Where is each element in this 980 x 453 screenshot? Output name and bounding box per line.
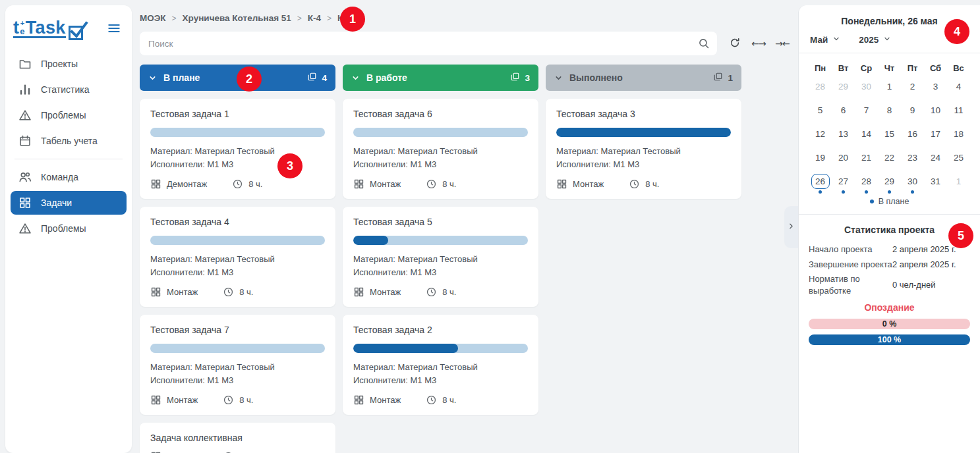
task-work-type: Монтаж bbox=[150, 286, 198, 298]
search-icon bbox=[698, 38, 710, 52]
calendar-day[interactable]: 10 bbox=[924, 101, 947, 124]
task-material: Материал: Материал Тестовый bbox=[556, 145, 731, 158]
calendar-day-number: 1 bbox=[880, 79, 899, 94]
task-meta: Материал: Материал ТестовыйИсполнители: … bbox=[150, 253, 325, 279]
sidebar-item-statistics[interactable]: Статистика bbox=[11, 78, 127, 101]
calendar-day[interactable]: 19 bbox=[809, 148, 832, 172]
task-footer: Монтаж8 ч. bbox=[353, 178, 528, 190]
calendar-day[interactable]: 23 bbox=[901, 148, 924, 172]
logo-text: t+eTask bbox=[13, 20, 66, 38]
sidebar-item-tasks[interactable]: Задачи bbox=[11, 191, 127, 215]
task-card[interactable]: Тестовая задача 4Материал: Материал Тест… bbox=[140, 207, 335, 307]
expand-columns-button[interactable]: ←→ bbox=[749, 34, 768, 53]
calendar-day[interactable]: 6 bbox=[832, 101, 855, 124]
clock-icon bbox=[223, 394, 234, 406]
task-duration-label: 8 ч. bbox=[239, 287, 253, 297]
delay-label: Опоздание bbox=[809, 302, 970, 313]
calendar-day-number: 20 bbox=[834, 150, 853, 165]
calendar-day[interactable]: 15 bbox=[878, 124, 901, 148]
calendar-day-number: 1 bbox=[950, 174, 968, 189]
calendar-day[interactable]: 27 bbox=[832, 172, 855, 196]
calendar-day[interactable]: 29 bbox=[878, 172, 901, 196]
sidebar-item-timesheet[interactable]: Табель учета bbox=[11, 129, 127, 153]
calendar-day[interactable]: 1 bbox=[947, 172, 970, 196]
refresh-button[interactable] bbox=[725, 34, 745, 53]
calendar-day-number: 4 bbox=[950, 79, 968, 94]
menu-toggle-button[interactable] bbox=[107, 21, 121, 38]
breadcrumb-separator: > bbox=[327, 14, 331, 23]
task-material: Материал: Материал Тестовый bbox=[150, 361, 325, 374]
calendar-day[interactable]: 24 bbox=[924, 148, 947, 172]
calendar-day[interactable]: 20 bbox=[832, 148, 855, 172]
calendar-day[interactable]: 22 bbox=[878, 148, 901, 172]
calendar-day-number: 6 bbox=[834, 103, 853, 118]
task-card[interactable]: Тестовая задача 5Материал: Материал Тест… bbox=[343, 207, 538, 307]
chevron-down-icon bbox=[148, 74, 157, 82]
task-progress-bar bbox=[150, 236, 325, 245]
task-progress-bar bbox=[353, 128, 528, 137]
search-input[interactable] bbox=[140, 32, 717, 55]
calendar-day[interactable]: 8 bbox=[878, 101, 901, 124]
calendar-day[interactable]: 5 bbox=[809, 101, 832, 124]
calendar-day[interactable]: 17 bbox=[924, 124, 947, 148]
calendar-day[interactable]: 1 bbox=[878, 77, 901, 101]
calendar-day[interactable]: 11 bbox=[947, 101, 970, 124]
breadcrumb-item[interactable]: МОЭК bbox=[140, 13, 166, 23]
breadcrumb-separator: > bbox=[172, 14, 177, 23]
task-assignees: Исполнители: М1 М3 bbox=[150, 374, 325, 387]
breadcrumb-item[interactable]: Хруничева Котельная 51 bbox=[183, 13, 291, 23]
calendar-day[interactable]: 14 bbox=[855, 124, 878, 148]
task-work-type-label: Демонтаж bbox=[167, 179, 207, 189]
task-work-type-label: Монтаж bbox=[573, 179, 604, 189]
calendar-day[interactable]: 30 bbox=[901, 172, 924, 196]
collapse-columns-button[interactable]: →← bbox=[772, 34, 792, 53]
calendar-day-number: 23 bbox=[904, 150, 922, 165]
calendar-day[interactable]: 9 bbox=[901, 101, 924, 124]
task-card[interactable]: Тестовая задача 6Материал: Материал Тест… bbox=[343, 99, 538, 199]
panel-collapse-handle[interactable] bbox=[784, 206, 798, 248]
sidebar-header: t+eTask bbox=[5, 5, 132, 47]
month-select[interactable]: Май bbox=[810, 35, 840, 45]
clock-icon bbox=[629, 178, 640, 190]
year-select[interactable]: 2025 bbox=[859, 35, 891, 45]
task-footer: Монтаж8 ч. bbox=[353, 394, 528, 406]
calendar-day[interactable]: 28 bbox=[855, 172, 878, 196]
calendar-day[interactable]: 29 bbox=[832, 77, 855, 101]
sidebar-item-label: Проблемы bbox=[41, 223, 86, 234]
column-header-in-work[interactable]: В работе3 bbox=[343, 65, 538, 91]
calendar-day[interactable]: 16 bbox=[901, 124, 924, 148]
calendar-day-selected[interactable]: 26 bbox=[809, 172, 832, 196]
calendar-day[interactable]: 28 bbox=[809, 77, 832, 101]
task-progress-fill bbox=[556, 128, 731, 137]
column-header-done[interactable]: Выполнено1 bbox=[546, 65, 741, 91]
calendar-day[interactable]: 7 bbox=[855, 101, 878, 124]
calendar-day[interactable]: 4 bbox=[947, 77, 970, 101]
calendar-day[interactable]: 3 bbox=[924, 77, 947, 101]
task-card[interactable]: Тестовая задача 3Материал: Материал Тест… bbox=[546, 99, 741, 199]
task-card[interactable]: Тестовая задача 1Материал: Материал Тест… bbox=[140, 99, 335, 199]
column-count: 1 bbox=[713, 72, 733, 84]
column-in-work: В работе3Тестовая задача 6Материал: Мате… bbox=[343, 65, 538, 415]
breadcrumb-item[interactable]: К-4 bbox=[308, 13, 321, 23]
calendar-day[interactable]: 25 bbox=[947, 148, 970, 172]
sidebar-item-problems[interactable]: Проблемы bbox=[11, 103, 127, 127]
board-tools: ←→ →← bbox=[725, 34, 792, 53]
calendar-day[interactable]: 2 bbox=[901, 77, 924, 101]
calendar-day[interactable]: 30 bbox=[855, 77, 878, 101]
calendar-weekday: Пн bbox=[809, 59, 832, 77]
calendar-day-number: 3 bbox=[927, 79, 945, 94]
calendar-day[interactable]: 21 bbox=[855, 148, 878, 172]
calendar-day[interactable]: 12 bbox=[809, 124, 832, 148]
calendar-day-number: 31 bbox=[927, 174, 945, 189]
search-field bbox=[140, 32, 717, 55]
task-card[interactable]: Тестовая задача 7Материал: Материал Тест… bbox=[140, 315, 335, 415]
calendar-day[interactable]: 18 bbox=[947, 124, 970, 148]
sidebar-item-problems-2[interactable]: Проблемы bbox=[11, 217, 127, 240]
sidebar-item-projects[interactable]: Проекты bbox=[11, 52, 127, 76]
task-card[interactable]: Задача коллективнаяМонтаж8 ч. bbox=[140, 423, 335, 453]
sidebar-item-team[interactable]: Команда bbox=[11, 165, 127, 189]
calendar-day[interactable]: 31 bbox=[924, 172, 947, 196]
calendar-day[interactable]: 13 bbox=[832, 124, 855, 148]
task-meta: Материал: Материал ТестовыйИсполнители: … bbox=[353, 253, 528, 279]
task-card[interactable]: Тестовая задача 2Материал: Материал Тест… bbox=[343, 315, 538, 415]
